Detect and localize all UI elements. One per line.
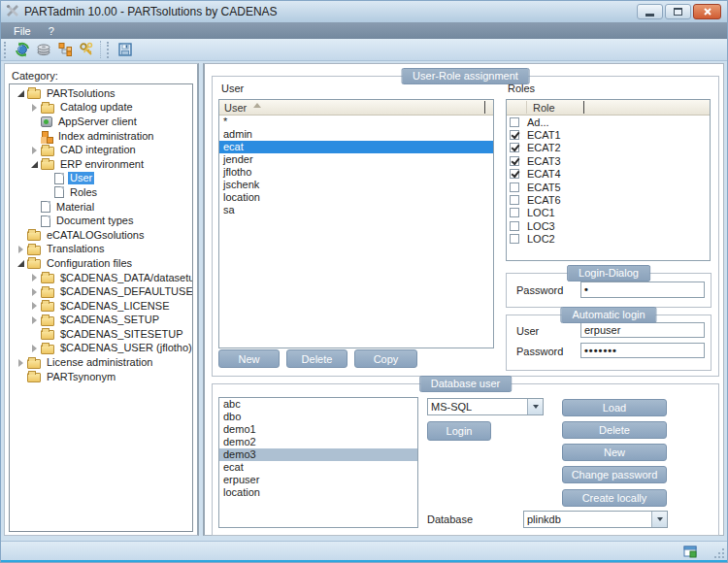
expand-toggle-icon[interactable] xyxy=(15,246,27,253)
role-column-header[interactable]: Role xyxy=(507,100,710,116)
role-checkbox[interactable] xyxy=(510,234,519,244)
catalog-refresh-button[interactable] xyxy=(12,40,33,59)
expand-toggle-icon[interactable] xyxy=(28,274,41,282)
user-column-header[interactable]: User xyxy=(219,100,493,116)
database-combobox[interactable]: plinkdb xyxy=(523,511,668,528)
auto-user-field[interactable]: erpuser xyxy=(580,322,705,338)
role-checkbox[interactable] xyxy=(510,195,519,205)
db-change-password-button[interactable]: Change password xyxy=(562,466,667,483)
tree-item-configuration-files[interactable]: Configuration files xyxy=(10,256,192,271)
role-row-ecat3[interactable]: ECAT3 xyxy=(507,154,710,167)
tree-item-document-types[interactable]: Document types xyxy=(10,214,192,228)
db-delete-button[interactable]: Delete xyxy=(562,421,667,439)
role-row-ad[interactable]: Ad... xyxy=(507,116,710,128)
tree-item-roles[interactable]: Roles xyxy=(10,185,192,200)
role-row-ecat5[interactable]: ECAT5 xyxy=(507,181,710,193)
db-user-row-erpuser[interactable]: erpuser xyxy=(219,474,417,486)
db-user-row-demo1[interactable]: demo1 xyxy=(219,423,417,436)
tree-item-cadenas-defaultuser[interactable]: $CADENAS_DEFAULTUSER xyxy=(10,284,192,299)
role-row-loc1[interactable]: LOC1 xyxy=(507,207,710,219)
tree-item-cadenas-sitesetup[interactable]: $CADENAS_SITESETUP xyxy=(10,327,192,342)
tree-item-partsolutions[interactable]: PARTsolutions xyxy=(10,86,192,101)
role-checkbox[interactable] xyxy=(510,169,519,179)
tree-item-user[interactable]: User xyxy=(10,172,192,186)
expand-toggle-icon[interactable] xyxy=(28,345,41,352)
db-create-locally-button[interactable]: Create locally xyxy=(562,489,667,507)
user-row-admin[interactable]: admin xyxy=(219,128,493,141)
login-password-field[interactable]: • xyxy=(580,282,705,298)
tree-item-cadenas-setup[interactable]: $CADENAS_SETUP xyxy=(10,314,192,328)
db-user-row-abc[interactable]: abc xyxy=(219,398,417,411)
db-user-row-ecat[interactable]: ecat xyxy=(219,461,417,474)
db-user-row-location[interactable]: location xyxy=(219,486,417,499)
toolbar-grip2[interactable] xyxy=(107,42,111,58)
user-new-button[interactable]: New xyxy=(218,349,280,368)
role-row-ecat6[interactable]: ECAT6 xyxy=(507,193,710,206)
user-row-location[interactable]: location xyxy=(219,191,493,204)
expand-toggle-icon[interactable] xyxy=(28,104,41,112)
role-checkbox[interactable] xyxy=(510,182,519,192)
tree-item-cadenas-data-datasetup[interactable]: $CADENAS_DATA/datasetup xyxy=(10,271,192,285)
user-row-sa[interactable]: sa xyxy=(219,204,493,216)
user-copy-button[interactable]: Copy xyxy=(354,349,417,368)
expand-toggle-icon[interactable] xyxy=(28,147,41,154)
tree-item-appserver-client[interactable]: AppServer client xyxy=(10,115,192,129)
db-user-row-dbo[interactable]: dbo xyxy=(219,411,417,423)
role-checkbox[interactable] xyxy=(510,208,519,217)
tree-item-cad-integration[interactable]: CAD integration xyxy=(10,143,192,157)
resize-grip[interactable] xyxy=(714,548,724,558)
close-button[interactable] xyxy=(693,4,721,19)
auto-password-field[interactable]: ••••••• xyxy=(580,343,705,358)
role-checkbox[interactable] xyxy=(510,143,519,152)
role-checkbox[interactable] xyxy=(510,156,519,166)
role-row-ecat1[interactable]: ECAT1 xyxy=(507,128,710,141)
db-type-dropdown-button[interactable] xyxy=(527,399,543,414)
user-row-jender[interactable]: jender xyxy=(219,153,493,166)
index-administration-button[interactable] xyxy=(54,40,76,59)
license-keys-button[interactable] xyxy=(76,40,97,59)
role-row-loc3[interactable]: LOC3 xyxy=(507,219,710,232)
database-dropdown-button[interactable] xyxy=(651,512,667,527)
role-checkbox[interactable] xyxy=(510,117,519,127)
db-type-combobox[interactable]: MS-SQL xyxy=(427,398,544,415)
db-user-row-demo2[interactable]: demo2 xyxy=(219,436,417,448)
db-user-row-demo3[interactable]: demo3 xyxy=(219,448,417,461)
menu-file[interactable]: File xyxy=(5,24,40,38)
expand-toggle-icon[interactable] xyxy=(28,288,41,296)
user-delete-button[interactable]: Delete xyxy=(286,349,347,368)
expand-toggle-icon[interactable] xyxy=(28,302,41,310)
menu-help[interactable]: ? xyxy=(40,24,63,38)
tree-item-ecatalogsolutions[interactable]: eCATALOGsolutions xyxy=(10,228,192,243)
expand-toggle-icon[interactable] xyxy=(28,161,41,168)
minimize-button[interactable] xyxy=(637,4,663,19)
user-row-ecat[interactable]: ecat xyxy=(219,141,493,153)
expand-toggle-icon[interactable] xyxy=(15,90,27,97)
tree-item-cadenas-user-jflotho[interactable]: $CADENAS_USER (jflotho) xyxy=(10,342,192,356)
role-row-ecat4[interactable]: ECAT4 xyxy=(507,168,710,181)
toolbar-grip[interactable] xyxy=(4,42,8,58)
user-row-jschenk[interactable]: jschenk xyxy=(219,179,493,191)
expand-toggle-icon[interactable] xyxy=(28,316,41,324)
role-checkbox[interactable] xyxy=(510,130,519,140)
expand-toggle-icon[interactable] xyxy=(15,359,27,367)
tree-item-license-administration[interactable]: License administration xyxy=(10,355,192,370)
tree-item-cadenas-license[interactable]: $CADENAS_LICENSE xyxy=(10,299,192,314)
user-row-[interactable]: * xyxy=(219,116,493,128)
tree-item-catalog-update[interactable]: Catalog update xyxy=(10,101,192,116)
role-row-ecat2[interactable]: ECAT2 xyxy=(507,142,710,154)
tree-item-erp-environment[interactable]: ERP environment xyxy=(10,157,192,172)
user-row-jflotho[interactable]: jflotho xyxy=(219,166,493,179)
db-new-button[interactable]: New xyxy=(562,444,667,461)
tree-item-index-administration[interactable]: Index administration xyxy=(10,129,192,144)
expand-toggle-icon[interactable] xyxy=(15,260,27,267)
db-login-button[interactable]: Login xyxy=(427,421,491,441)
tree-item-partsynonym[interactable]: PARTsynonym xyxy=(10,370,192,384)
role-checkbox[interactable] xyxy=(510,221,519,231)
tree-item-translations[interactable]: Translations xyxy=(10,243,192,257)
maximize-button[interactable] xyxy=(665,4,691,19)
tree-item-material[interactable]: Material xyxy=(10,200,192,215)
role-row-loc2[interactable]: LOC2 xyxy=(507,233,710,246)
db-load-button[interactable]: Load xyxy=(562,399,667,416)
save-button[interactable] xyxy=(115,40,136,59)
catalog-update-button[interactable] xyxy=(33,40,54,59)
